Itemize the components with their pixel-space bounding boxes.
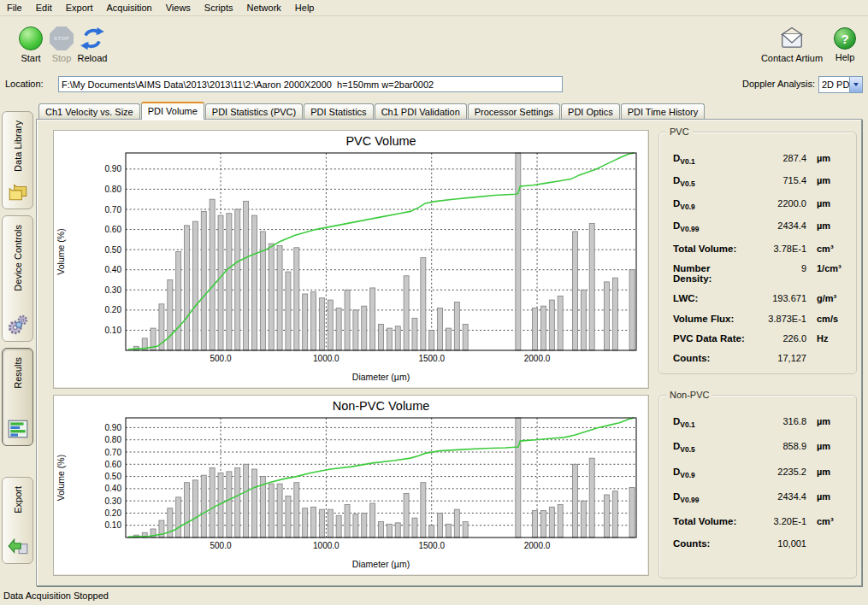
stat-unit: µm [806,198,847,209]
stat-value: 715.4 [748,175,806,185]
svg-text:Diameter (µm): Diameter (µm) [352,372,410,382]
chart-svg: Non-PVC Volume0.100.200.300.400.500.600.… [54,396,648,575]
stat-value: 2434.4 [748,491,806,502]
svg-text:0.80: 0.80 [105,185,122,194]
menu-item-export[interactable]: Export [59,1,100,15]
tab-pdi-statistics-pvc-[interactable]: PDI Statistics (PVC) [205,103,303,120]
stat-value: 193.671 [748,293,806,303]
svg-text:0.90: 0.90 [105,423,122,432]
results-content-area: PVC Volume0.100.200.300.400.500.600.700.… [36,119,862,586]
stat-label: DV0.1 [673,416,748,429]
tab-pdi-time-history[interactable]: PDI Time History [621,103,706,120]
stat-row: Total Volume:3.78E-1cm³ [659,244,856,254]
menu-item-edit[interactable]: Edit [29,1,59,15]
stat-row: Volume Flux:3.873E-1cm/s [659,314,856,324]
stat-label: Volume Flux: [673,314,748,324]
stat-row: Number Density:91/cm³ [659,263,856,284]
stat-row: DV0.5715.4µm [659,175,856,188]
svg-text:1500.0: 1500.0 [418,354,445,363]
sidebar-item-data-library[interactable]: Data Library [2,111,33,209]
stat-label: DV0.5 [673,441,748,454]
stat-row: DV0.5858.9µm [659,441,856,454]
stat-value: 9 [748,263,806,273]
tab-ch1-velocity-vs-size[interactable]: Ch1 Velocity vs. Size [38,103,140,120]
stat-label: PVC Data Rate: [673,333,748,344]
menu-item-help[interactable]: Help [288,1,322,15]
stat-value: 316.8 [748,416,806,426]
doppler-analysis-label: Doppler Analysis: [742,79,815,89]
pvc-stats-groupbox: PVC DV0.1287.4µmDV0.5715.4µmDV0.92200.0µ… [658,132,857,374]
reload-button[interactable]: Reload [65,24,120,63]
stat-label: DV0.9 [673,198,748,211]
svg-text:Non-PVC Volume: Non-PVC Volume [333,399,430,413]
menu-item-views[interactable]: Views [159,1,198,15]
stat-value: 226.0 [748,333,806,344]
contact-artium-label: Contact Artium [753,53,831,63]
status-bar: Data Acquisition Stopped [0,588,868,605]
help-button[interactable]: ? Help [826,24,864,62]
stat-unit: µm [806,220,847,231]
sidebar-item-label: Results [13,357,23,389]
sidebar-item-device-controls[interactable]: Device Controls [2,215,33,342]
tab-ch1-pdi-validation[interactable]: Ch1 PDI Validation [375,103,467,120]
svg-text:0.10: 0.10 [105,326,122,335]
svg-text:0.10: 0.10 [105,520,122,530]
stat-label: Total Volume: [673,516,748,526]
sidebar-item-results[interactable]: Results [2,348,33,446]
stat-unit: µm [806,467,847,477]
svg-text:2000.0: 2000.0 [524,354,551,363]
stat-unit: µm [806,153,847,163]
stat-label: Number Density: [673,263,748,284]
chart-svg: PVC Volume0.100.200.300.400.500.600.700.… [54,131,648,388]
help-icon: ? [834,27,856,50]
stat-label: Total Volume: [673,244,748,254]
stat-row: PVC Data Rate:226.0Hz [659,333,856,344]
stat-label: Counts: [673,538,748,549]
svg-text:2000.0: 2000.0 [524,541,551,550]
tab-processor-settings[interactable]: Processor Settings [468,103,560,120]
tab-strip: Ch1 Velocity vs. SizePDI VolumePDI Stati… [38,102,706,120]
svg-text:500.0: 500.0 [210,354,231,363]
doppler-analysis-select[interactable]: 2D PDI [818,76,863,93]
svg-text:0.50: 0.50 [105,472,122,481]
location-row: Location: Doppler Analysis: 2D PDI [0,75,868,94]
doppler-analysis-value: 2D PDI [819,79,849,90]
stat-row: LWC:193.671g/m³ [659,293,856,303]
tab-pdi-statistics[interactable]: PDI Statistics [304,103,373,120]
menu-item-file[interactable]: File [0,1,29,15]
contact-artium-button[interactable]: Contact Artium [753,24,831,63]
tab-pdi-optics[interactable]: PDI Optics [561,103,620,120]
stat-unit: cm³ [806,244,847,254]
menu-item-scripts[interactable]: Scripts [198,1,240,15]
toolbar: Start STOP Stop Reload Contact Artium ? … [0,17,868,72]
stat-value: 287.4 [748,153,806,163]
stat-value: 3.20E-1 [748,516,806,526]
sidebar-item-label: Data Library [13,120,23,172]
svg-text:Diameter (µm): Diameter (µm) [352,559,410,569]
chevron-down-icon[interactable] [849,77,862,92]
stat-row: DV0.92200.0µm [659,198,856,211]
stat-unit: g/m³ [806,293,847,303]
menu-item-acquisition[interactable]: Acquisition [100,1,159,15]
stat-label: Counts: [673,353,748,363]
stat-unit: µm [806,491,847,502]
menu-item-network[interactable]: Network [239,1,287,15]
sidebar-item-label: Device Controls [13,225,23,291]
location-input[interactable] [58,76,563,92]
help-label: Help [826,52,864,62]
stat-unit: µm [806,175,847,185]
sidebar-item-label: Export [13,486,23,514]
stat-row: DV0.92235.2µm [659,467,856,479]
tab-pdi-volume[interactable]: PDI Volume [141,102,204,120]
sidebar-item-export[interactable]: Export [2,477,33,564]
stat-value: 858.9 [748,441,806,451]
gears-icon [7,314,29,336]
stat-row: Total Volume:3.20E-1cm³ [659,516,856,526]
svg-text:0.30: 0.30 [105,285,122,295]
nonpvc-volume-chart: Non-PVC Volume0.100.200.300.400.500.600.… [53,395,649,576]
pvc-stats-rows: DV0.1287.4µmDV0.5715.4µmDV0.92200.0µmDV0… [659,153,856,363]
svg-text:0.80: 0.80 [105,435,122,444]
groupbox-title: Non-PVC [666,390,712,400]
stat-label: DV0.9 [673,467,748,479]
stat-label: DV0.1 [673,153,748,166]
